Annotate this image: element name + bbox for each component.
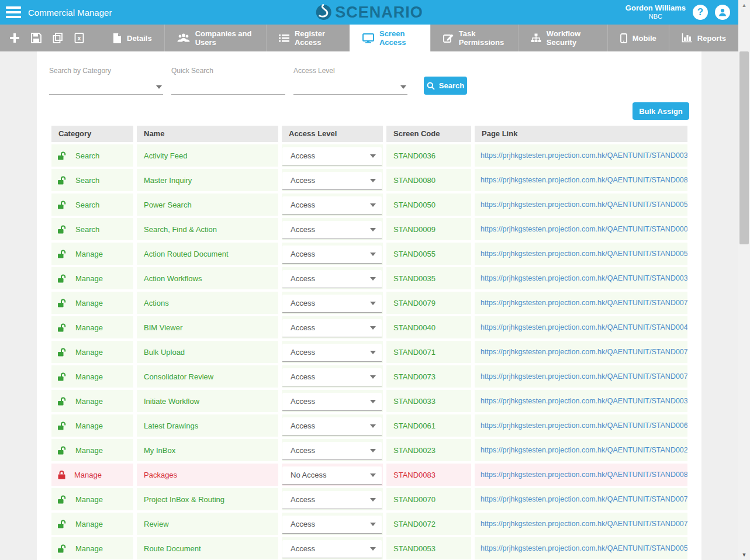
access-level-select[interactable]: Access [282, 295, 382, 313]
help-icon[interactable]: ? [693, 5, 708, 20]
tab-workflow-security[interactable]: Workflow Security [518, 25, 607, 51]
page-link[interactable]: https://prjhkgstesten.projection.com.hk/… [475, 151, 687, 160]
access-level-select[interactable]: Access [282, 393, 382, 411]
page-link[interactable]: https://prjhkgstesten.projection.com.hk/… [475, 520, 687, 528]
access-level-value: Access [291, 250, 315, 258]
access-level-select[interactable]: Access [282, 344, 382, 362]
tab-details[interactable]: Details [101, 25, 164, 51]
category-label: Manage [75, 421, 103, 430]
access-level-cell: Access [282, 439, 383, 461]
chevron-down-icon [370, 547, 376, 551]
page-link[interactable]: https://prjhkgstesten.projection.com.hk/… [475, 323, 687, 331]
table-row: ManageInitiate WorkflowAccessSTAND0033ht… [51, 390, 687, 412]
page-link-cell: https://prjhkgstesten.projection.com.hk/… [475, 341, 687, 363]
screen-code-cell: STAND0036 [386, 144, 471, 167]
table-row: ManageReviewAccessSTAND0072https://prjhk… [51, 513, 687, 535]
name-cell: Latest Drawings [137, 414, 278, 437]
quick-search-label: Quick Search [171, 67, 285, 75]
category-cell: Search [51, 169, 133, 191]
export-excel-button[interactable]: x [68, 25, 90, 51]
screen-code-cell: STAND0071 [386, 341, 471, 363]
save-button[interactable] [25, 25, 47, 51]
category-cell: Manage [51, 464, 133, 486]
page-link-cell: https://prjhkgstesten.projection.com.hk/… [475, 169, 687, 191]
add-button[interactable] [4, 25, 25, 51]
access-level-select[interactable]: Access [282, 172, 382, 190]
access-level-select[interactable]: Access [282, 270, 382, 288]
page-link[interactable]: https://prjhkgstesten.projection.com.hk/… [475, 201, 687, 209]
access-level-select[interactable]: Access [282, 246, 382, 264]
scroll-up-icon[interactable]: ▲ [738, 0, 750, 11]
menu-icon[interactable] [6, 6, 21, 18]
access-level-select[interactable]: Access [282, 221, 382, 239]
profile-icon[interactable] [715, 5, 730, 20]
name-cell: Master Inquiry [137, 169, 278, 191]
category-cell: Manage [51, 243, 133, 265]
page-link[interactable]: https://prjhkgstesten.projection.com.hk/… [475, 421, 687, 430]
page-link[interactable]: https://prjhkgstesten.projection.com.hk/… [475, 299, 687, 307]
page-link[interactable]: https://prjhkgstesten.projection.com.hk/… [475, 225, 687, 233]
page-link-cell: https://prjhkgstesten.projection.com.hk/… [475, 464, 687, 486]
scroll-down-icon[interactable]: ▼ [738, 549, 750, 560]
access-level-select[interactable]: Access [282, 196, 382, 215]
quick-search-field: Quick Search [171, 67, 285, 95]
category-cell: Manage [51, 365, 133, 388]
screen-code-cell: STAND0050 [386, 193, 471, 216]
page-link[interactable]: https://prjhkgstesten.projection.com.hk/… [475, 446, 687, 454]
tab-mobile[interactable]: Mobile [607, 25, 669, 51]
page-link[interactable]: https://prjhkgstesten.projection.com.hk/… [475, 348, 687, 356]
access-level-select[interactable]: Access [282, 319, 382, 337]
vertical-scrollbar[interactable]: ▲ ▼ [738, 0, 750, 560]
main-area: Search by Category Quick Search Access L… [0, 51, 738, 560]
category-filter-label: Search by Category [49, 67, 163, 75]
scrollbar-thumb[interactable] [739, 51, 749, 244]
tab-task-permissions[interactable]: Task Permissions [430, 25, 518, 51]
category-label: Manage [75, 495, 103, 504]
chevron-down-icon [370, 424, 376, 428]
access-level-cell: Access [282, 267, 383, 289]
page-link[interactable]: https://prjhkgstesten.projection.com.hk/… [475, 250, 687, 258]
search-button-label: Search [439, 81, 464, 90]
user-block: Gordon Williams NBC [625, 4, 686, 20]
access-level-select[interactable]: Access [282, 147, 382, 165]
access-level-select[interactable]: Access [282, 540, 382, 558]
tab-companies-and-users[interactable]: Companies and Users [164, 25, 266, 51]
access-level-select[interactable]: Access [282, 491, 382, 509]
name-cell: Consolidator Review [137, 365, 278, 388]
quick-search-input[interactable] [171, 79, 285, 94]
page-link[interactable]: https://prjhkgstesten.projection.com.hk/… [475, 397, 687, 405]
chevron-down-icon [156, 85, 162, 89]
filters: Search by Category Quick Search Access L… [37, 51, 701, 95]
access-level-select[interactable]: Access [282, 442, 382, 460]
page-link[interactable]: https://prjhkgstesten.projection.com.hk/… [475, 495, 687, 503]
tab-reports[interactable]: Reports [669, 25, 738, 51]
tab-register-access[interactable]: Register Access [266, 25, 350, 51]
access-level-select[interactable]: Access [282, 516, 382, 534]
access-level-filter-field: Access Level [293, 67, 407, 95]
page-link[interactable]: https://prjhkgstesten.projection.com.hk/… [475, 471, 687, 479]
lock-open-icon [57, 421, 67, 431]
access-level-cell: Access [282, 243, 383, 265]
page-link[interactable]: https://prjhkgstesten.projection.com.hk/… [475, 544, 687, 552]
name-cell: Project InBox & Routing [137, 488, 278, 510]
hierarchy-icon [531, 33, 541, 43]
tab-screen-access[interactable]: Screen Access [350, 25, 430, 51]
access-level-select[interactable]: No Access [282, 466, 382, 485]
page-link[interactable]: https://prjhkgstesten.projection.com.hk/… [475, 274, 687, 282]
list-icon [279, 34, 289, 43]
access-level-select[interactable]: Access [282, 368, 382, 386]
name-cell: BIM Viewer [137, 316, 278, 338]
access-level-filter-select[interactable] [293, 79, 407, 95]
category-filter-select[interactable] [49, 79, 163, 95]
copy-button[interactable] [47, 25, 68, 51]
access-level-cell: Access [282, 316, 383, 338]
tab-label: Details [127, 34, 152, 43]
page-link[interactable]: https://prjhkgstesten.projection.com.hk/… [475, 176, 687, 184]
page-link[interactable]: https://prjhkgstesten.projection.com.hk/… [475, 372, 687, 381]
export-excel-icon: x [74, 33, 84, 43]
access-level-select[interactable]: Access [282, 417, 382, 435]
bulk-assign-button[interactable]: Bulk Assign [633, 102, 689, 120]
table-row: ManageBulk UploadAccessSTAND0071https://… [51, 341, 687, 363]
search-button[interactable]: Search [424, 77, 467, 95]
chevron-down-icon [370, 351, 376, 354]
